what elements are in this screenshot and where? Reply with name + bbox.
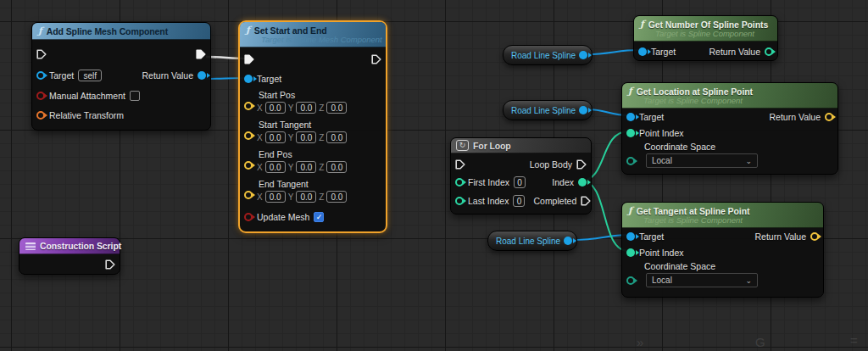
end-pos-group: End Pos X 0.0 Y 0.0 Z 0.0: [240, 148, 386, 177]
axis-y-label: Y: [288, 163, 294, 172]
point-index-label: Point Index: [639, 128, 684, 138]
update-mesh-checkbox[interactable]: ✓: [314, 212, 324, 222]
start-tangent-z-input[interactable]: 0.0: [326, 131, 347, 143]
node-header[interactable]: ƒ Add Spline Mesh Component: [32, 23, 210, 40]
variable-output-pin[interactable]: [564, 237, 572, 245]
node-for-loop[interactable]: ↻ For Loop Loop Body First Index 0 Index: [450, 137, 592, 214]
start-tangent-pin[interactable]: [244, 131, 253, 140]
coordinate-space-dropdown[interactable]: Local ⌄: [646, 273, 758, 287]
end-tangent-pin[interactable]: [244, 191, 253, 199]
node-header[interactable]: Construction Script: [19, 238, 120, 254]
return-value-pin[interactable]: [765, 47, 773, 56]
start-pos-pin[interactable]: [244, 102, 253, 110]
completed-label: Completed: [533, 196, 576, 206]
manual-attachment-pin[interactable]: [36, 92, 45, 100]
end-pos-x-input[interactable]: 0.0: [265, 161, 286, 173]
first-index-input[interactable]: 0: [514, 176, 526, 188]
exec-out-pin[interactable]: [105, 259, 115, 270]
wire-spline-to-getnumber: [587, 50, 638, 54]
return-value-pin[interactable]: [810, 232, 819, 241]
target-self-box[interactable]: self: [78, 70, 102, 81]
axis-z-label: Z: [319, 103, 324, 113]
exec-in-pin[interactable]: [455, 159, 465, 170]
axis-x-label: X: [257, 192, 263, 202]
function-icon: ƒ: [38, 25, 42, 36]
end-tangent-x-input[interactable]: 0.0: [265, 191, 286, 203]
coordinate-space-pin[interactable]: [626, 276, 635, 285]
relative-transform-pin[interactable]: [36, 111, 45, 120]
start-tangent-x-input[interactable]: 0.0: [265, 131, 286, 143]
variable-output-pin[interactable]: [579, 106, 587, 114]
node-header[interactable]: ↻ For Loop: [451, 138, 591, 153]
loop-body-pin[interactable]: [576, 159, 587, 170]
node-header[interactable]: ƒ Set Start and End Target is Spline Mes…: [240, 22, 386, 47]
manual-attachment-checkbox[interactable]: [130, 91, 140, 101]
exec-in-pin[interactable]: [244, 54, 254, 64]
last-index-input[interactable]: 0: [513, 195, 525, 207]
variable-label: Road Line Spline: [511, 106, 576, 115]
coordinate-space-pin[interactable]: [626, 157, 635, 165]
axis-z-label: Z: [319, 192, 324, 202]
target-pin[interactable]: [36, 71, 45, 80]
end-tangent-label: End Tangent: [257, 179, 347, 189]
axis-z-label: Z: [319, 163, 324, 172]
blueprint-graph-canvas[interactable]: ƒ Add Spline Mesh Component Target self …: [0, 0, 868, 351]
node-title: Construction Script: [40, 241, 121, 251]
node-header[interactable]: ƒ Get Location at Spline Point Target is…: [622, 83, 837, 109]
point-index-pin[interactable]: [626, 129, 635, 137]
node-set-start-and-end[interactable]: ƒ Set Start and End Target is Spline Mes…: [238, 20, 387, 233]
start-tangent-y-input[interactable]: 0.0: [296, 131, 316, 143]
node-title: Add Spline Mesh Component: [47, 26, 168, 36]
start-pos-y-input[interactable]: 0.0: [296, 102, 316, 114]
axis-x-label: X: [257, 133, 263, 142]
variable-road-line-spline-middle[interactable]: Road Line Spline: [503, 100, 593, 120]
target-pin[interactable]: [626, 232, 635, 241]
end-tangent-group: End Tangent X 0.0 Y 0.0 Z 0.0: [240, 177, 386, 207]
start-pos-x-input[interactable]: 0.0: [265, 102, 286, 114]
variable-road-line-spline-bottom[interactable]: Road Line Spline: [487, 231, 577, 251]
target-label: Target: [257, 74, 281, 84]
return-value-pin[interactable]: [198, 71, 206, 80]
target-pin[interactable]: [638, 47, 647, 56]
node-title: Set Start and End: [254, 25, 327, 36]
coordinate-space-value: Local: [652, 156, 672, 165]
target-pin[interactable]: [626, 113, 635, 121]
target-pin[interactable]: [244, 75, 253, 83]
variable-road-line-spline-top[interactable]: Road Line Spline: [503, 45, 593, 65]
node-construction-script[interactable]: Construction Script: [19, 237, 120, 275]
start-pos-z-input[interactable]: 0.0: [326, 102, 347, 114]
return-value-pin[interactable]: [825, 113, 833, 121]
end-tangent-z-input[interactable]: 0.0: [326, 191, 347, 203]
end-pos-pin[interactable]: [244, 161, 253, 170]
end-pos-z-input[interactable]: 0.0: [326, 161, 347, 173]
wire-spline-to-gettangent: [572, 235, 628, 240]
last-index-label: Last Index: [468, 196, 509, 206]
exec-in-pin[interactable]: [36, 49, 47, 59]
axis-x-label: X: [257, 103, 263, 113]
loop-body-label: Loop Body: [530, 159, 572, 170]
return-value-label: Return Value: [754, 231, 806, 242]
update-mesh-label: Update Mesh: [257, 212, 309, 222]
construction-script-icon: [25, 242, 36, 250]
node-header[interactable]: ƒ Get Tangent at Spline Point Target is …: [622, 203, 823, 228]
node-add-spline-mesh-component[interactable]: ƒ Add Spline Mesh Component Target self …: [31, 22, 211, 131]
node-get-number-of-spline-points[interactable]: ƒ Get Number Of Spline Points Target is …: [633, 15, 778, 61]
first-index-pin[interactable]: [455, 178, 464, 187]
node-get-tangent-at-spline-point[interactable]: ƒ Get Tangent at Spline Point Target is …: [621, 202, 824, 298]
point-index-label: Point Index: [639, 248, 684, 258]
end-pos-y-input[interactable]: 0.0: [296, 161, 316, 173]
coordinate-space-label: Coordinate Space: [622, 261, 823, 272]
node-subtitle: Target is Spline Component: [628, 96, 832, 105]
variable-output-pin[interactable]: [579, 51, 587, 59]
coordinate-space-dropdown[interactable]: Local ⌄: [646, 153, 758, 168]
node-get-location-at-spline-point[interactable]: ƒ Get Location at Spline Point Target is…: [621, 82, 838, 175]
last-index-pin[interactable]: [455, 197, 464, 205]
point-index-pin[interactable]: [626, 248, 635, 257]
update-mesh-pin[interactable]: [244, 213, 253, 221]
exec-out-pin[interactable]: [371, 54, 381, 64]
exec-out-pin[interactable]: [196, 49, 206, 59]
index-pin[interactable]: [578, 178, 587, 187]
node-header[interactable]: ƒ Get Number Of Spline Points Target is …: [634, 16, 777, 42]
end-tangent-y-input[interactable]: 0.0: [296, 191, 316, 203]
completed-pin[interactable]: [581, 196, 591, 206]
